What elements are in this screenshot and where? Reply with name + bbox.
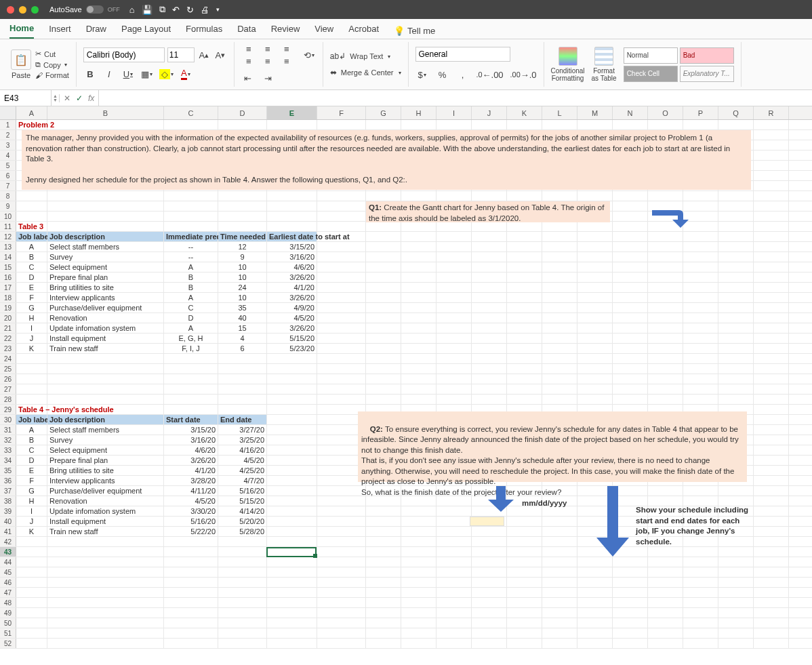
- cell-C25[interactable]: [164, 364, 218, 374]
- row-header-38[interactable]: 38: [0, 496, 16, 506]
- cell-I26[interactable]: [437, 374, 472, 384]
- cell-C9[interactable]: [164, 201, 218, 211]
- row-header-50[interactable]: 50: [0, 618, 16, 628]
- row-header-48[interactable]: 48: [0, 598, 16, 607]
- cell-L52[interactable]: [542, 639, 577, 648]
- cell-E31[interactable]: [267, 425, 317, 435]
- cell-R52[interactable]: [754, 639, 789, 648]
- cell-F49[interactable]: [317, 608, 366, 618]
- cell-E9[interactable]: [267, 201, 317, 211]
- cell-A12[interactable]: Job label: [16, 232, 47, 241]
- cell-N20[interactable]: [613, 313, 648, 323]
- cell-K47[interactable]: [507, 588, 542, 597]
- cell-C15[interactable]: A: [164, 262, 218, 272]
- autosave-toggle[interactable]: AutoSave OFF: [49, 5, 120, 14]
- cell-B27[interactable]: [47, 384, 164, 394]
- cell-N49[interactable]: [613, 608, 648, 618]
- cell-Q46[interactable]: [718, 578, 754, 587]
- row-header-35[interactable]: 35: [0, 466, 16, 475]
- cell-A14[interactable]: B: [16, 252, 47, 262]
- cell-I45[interactable]: [437, 567, 472, 577]
- cell-G8[interactable]: [366, 191, 401, 201]
- cell-O1[interactable]: [648, 120, 683, 129]
- cell-R18[interactable]: [754, 293, 789, 302]
- cell-B49[interactable]: [47, 608, 164, 618]
- cell-D36[interactable]: 4/7/20: [218, 476, 267, 485]
- cell-B24[interactable]: [47, 354, 164, 363]
- cell-E20[interactable]: 4/5/20: [267, 313, 317, 323]
- cell-E30[interactable]: [267, 415, 317, 424]
- cell-A24[interactable]: [16, 354, 47, 363]
- cell-P22[interactable]: [683, 334, 718, 343]
- cell-D25[interactable]: [218, 364, 267, 374]
- tab-acrobat[interactable]: Acrobat: [348, 24, 379, 38]
- cell-K49[interactable]: [507, 608, 542, 618]
- row-header-47[interactable]: 47: [0, 588, 16, 597]
- cell-A18[interactable]: F: [16, 293, 47, 302]
- row-header-17[interactable]: 17: [0, 283, 16, 292]
- cell-K45[interactable]: [507, 567, 542, 577]
- cell-R26[interactable]: [754, 374, 789, 384]
- cell-R34[interactable]: [754, 456, 789, 465]
- cell-E18[interactable]: 3/26/20: [267, 293, 317, 302]
- cell-J27[interactable]: [472, 384, 507, 394]
- cell-C34[interactable]: 3/26/20: [164, 456, 218, 465]
- cell-E40[interactable]: [267, 517, 317, 526]
- cell-G50[interactable]: [366, 618, 401, 628]
- cell-B15[interactable]: Select equipment: [47, 262, 164, 272]
- cell-J8[interactable]: [472, 191, 507, 201]
- cell-G22[interactable]: [366, 334, 401, 343]
- cell-Q20[interactable]: [718, 313, 754, 323]
- cell-D46[interactable]: [218, 578, 267, 587]
- cell-D19[interactable]: 35: [218, 303, 267, 313]
- cell-B18[interactable]: Interview applicants: [47, 293, 164, 302]
- cell-J12[interactable]: [472, 232, 507, 241]
- cell-D41[interactable]: 5/28/20: [218, 527, 267, 536]
- cell-H17[interactable]: [401, 283, 437, 292]
- cell-Q9[interactable]: [718, 201, 754, 211]
- cell-A37[interactable]: G: [16, 486, 47, 496]
- qat-more-icon[interactable]: ▾: [216, 6, 220, 13]
- cell-C22[interactable]: E, G, H: [164, 334, 218, 343]
- cell-O20[interactable]: [648, 313, 683, 323]
- cell-O18[interactable]: [648, 293, 683, 302]
- cell-I50[interactable]: [437, 618, 472, 628]
- row-header-31[interactable]: 31: [0, 425, 16, 435]
- cell-N19[interactable]: [613, 303, 648, 313]
- cell-D13[interactable]: 12: [218, 242, 267, 251]
- cell-C20[interactable]: D: [164, 313, 218, 323]
- cell-A11[interactable]: Table 3: [16, 222, 47, 231]
- cell-P14[interactable]: [683, 252, 718, 262]
- cell-E38[interactable]: [267, 496, 317, 506]
- cell-L16[interactable]: [542, 273, 577, 282]
- cell-N10[interactable]: [613, 211, 648, 221]
- cell-H47[interactable]: [401, 588, 437, 597]
- cell-K14[interactable]: [507, 252, 542, 262]
- answer-cell-highlight[interactable]: [470, 517, 504, 526]
- cell-L50[interactable]: [542, 618, 577, 628]
- cell-J22[interactable]: [472, 334, 507, 343]
- cell-Q28[interactable]: [718, 395, 754, 404]
- row-header-13[interactable]: 13: [0, 242, 16, 251]
- cell-R27[interactable]: [754, 384, 789, 394]
- cell-B26[interactable]: [47, 374, 164, 384]
- cell-Q18[interactable]: [718, 293, 754, 302]
- cell-A31[interactable]: A: [16, 425, 47, 435]
- cell-Q23[interactable]: [718, 344, 754, 353]
- align-center[interactable]: ≡: [260, 54, 275, 68]
- cell-R5[interactable]: [754, 161, 789, 170]
- cell-P1[interactable]: [683, 120, 718, 129]
- cell-N48[interactable]: [613, 598, 648, 607]
- cell-P17[interactable]: [683, 283, 718, 292]
- align-right[interactable]: ≡: [279, 54, 294, 68]
- row-header-23[interactable]: 23: [0, 344, 16, 353]
- cell-D35[interactable]: 4/25/20: [218, 466, 267, 475]
- cell-F28[interactable]: [317, 395, 366, 404]
- col-P[interactable]: P: [683, 106, 718, 119]
- cell-A16[interactable]: D: [16, 273, 47, 282]
- cell-M26[interactable]: [577, 374, 613, 384]
- cell-I22[interactable]: [437, 334, 472, 343]
- cell-N12[interactable]: [613, 232, 648, 241]
- italic-button[interactable]: I: [102, 66, 116, 81]
- cell-Q8[interactable]: [718, 191, 754, 201]
